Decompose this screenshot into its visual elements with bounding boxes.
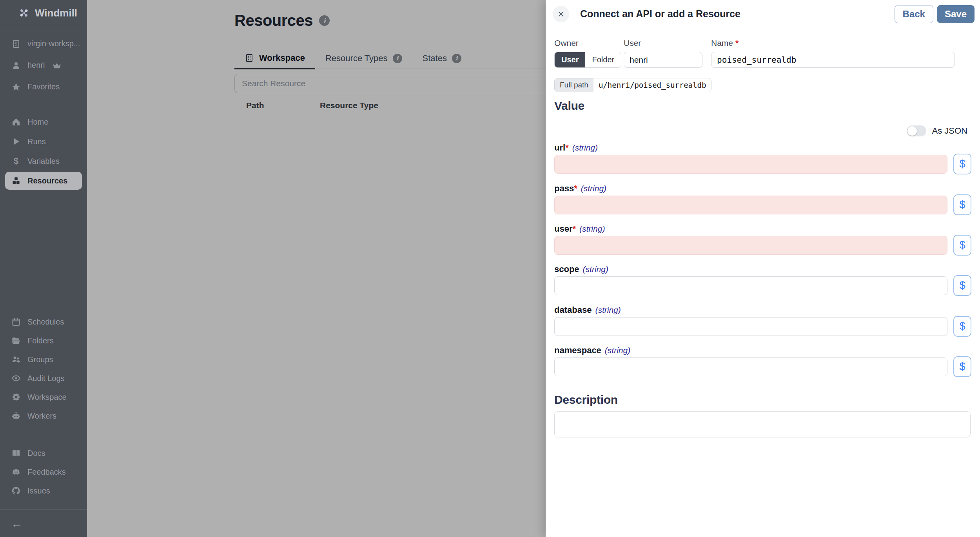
sidebar-item-label: Runs: [27, 137, 46, 146]
description-textarea[interactable]: [554, 411, 971, 437]
field-type: (string): [572, 143, 598, 152]
sidebar-item-workspace-settings[interactable]: Workspace: [0, 388, 87, 406]
eye-icon: [11, 374, 21, 383]
sidebar-item-feedbacks[interactable]: Feedbacks: [0, 463, 87, 481]
owner-folder-option[interactable]: Folder: [585, 52, 621, 67]
insert-variable-button[interactable]: $: [953, 316, 971, 337]
sidebar-item-label: Docs: [27, 449, 45, 458]
insert-variable-button[interactable]: $: [953, 154, 971, 174]
required-mark: *: [565, 143, 569, 152]
field-input-url[interactable]: [554, 155, 947, 174]
sidebar-item-label: Schedules: [27, 317, 64, 327]
close-icon: [557, 10, 565, 18]
field-label-url: url*(string): [554, 143, 598, 153]
field-label-scope: scope(string): [554, 264, 608, 274]
sidebar-admin-group: Schedules Folders Groups Audit Logs Work…: [0, 312, 87, 425]
workspace-name: virgin-worksp...: [27, 39, 80, 48]
dollar-icon: $: [11, 156, 21, 166]
building-icon: [11, 39, 21, 49]
sidebar-item-label: Variables: [27, 157, 60, 166]
full-path-value: u/henri/poised_surrealdb: [593, 78, 711, 92]
sidebar-item-audit-logs[interactable]: Audit Logs: [0, 369, 87, 388]
field-label-database: database(string): [554, 305, 621, 315]
crown-icon: [52, 61, 62, 70]
description-heading: Description: [554, 393, 618, 406]
required-mark: *: [572, 224, 576, 234]
field-input-user[interactable]: [554, 236, 947, 255]
resource-name-input[interactable]: [711, 52, 955, 68]
insert-variable-button[interactable]: $: [953, 194, 971, 215]
drawer-backdrop[interactable]: [87, 0, 546, 537]
sidebar: Windmill virgin-worksp... henri Favorite…: [0, 0, 87, 537]
sidebar-item-schedules[interactable]: Schedules: [0, 312, 87, 331]
field-type: (string): [583, 265, 608, 274]
sidebar-item-issues[interactable]: Issues: [0, 481, 87, 500]
sidebar-item-home[interactable]: Home: [0, 112, 87, 132]
as-json-label: As JSON: [932, 126, 967, 136]
sidebar-item-label: Workers: [27, 412, 56, 421]
book-icon: [11, 448, 21, 458]
dollar-icon: $: [959, 239, 965, 251]
sidebar-item-label: Groups: [27, 355, 53, 364]
discord-icon: [11, 467, 21, 477]
owner-label: Owner: [554, 38, 579, 48]
field-label-pass: pass*(string): [554, 183, 606, 194]
owner-user-input[interactable]: [624, 52, 702, 68]
owner-user-option[interactable]: User: [555, 52, 585, 67]
sidebar-footer-group: Docs Feedbacks Issues: [0, 444, 87, 500]
add-resource-drawer: Connect an API or add a Resource Back Sa…: [546, 0, 980, 537]
windmill-app: Windmill virgin-worksp... henri Favorite…: [0, 0, 980, 537]
insert-variable-button[interactable]: $: [953, 235, 971, 256]
sidebar-collapse-button[interactable]: ←: [0, 509, 87, 537]
arrow-left-icon: ←: [11, 517, 23, 530]
dollar-icon: $: [959, 158, 965, 170]
full-path: Full path u/henri/poised_surrealdb: [554, 78, 711, 92]
sidebar-context-group: virgin-worksp... henri Favorites: [0, 33, 87, 98]
back-button[interactable]: Back: [895, 5, 933, 23]
sidebar-item-variables[interactable]: $ Variables: [0, 151, 87, 171]
sidebar-item-user-menu[interactable]: henri: [0, 54, 87, 76]
value-section-heading: Value: [554, 99, 584, 112]
dollar-icon: $: [959, 199, 965, 211]
save-button[interactable]: Save: [937, 5, 975, 23]
name-label: Name *: [711, 38, 739, 48]
field-input-scope[interactable]: [554, 276, 947, 295]
sidebar-item-workers[interactable]: Workers: [0, 406, 87, 425]
as-json-toggle[interactable]: [907, 125, 926, 136]
dollar-icon: $: [959, 320, 965, 332]
robot-icon: [11, 411, 21, 421]
home-icon: [11, 117, 21, 127]
play-icon: [11, 137, 21, 146]
github-icon: [11, 486, 21, 495]
sidebar-item-favorites[interactable]: Favorites: [0, 76, 87, 98]
sidebar-item-docs[interactable]: Docs: [0, 444, 87, 463]
close-button[interactable]: [553, 6, 569, 22]
app-logo[interactable]: Windmill: [0, 0, 87, 26]
field-input-namespace[interactable]: [554, 357, 947, 376]
gear-icon: [11, 392, 21, 402]
field-type: (string): [595, 305, 621, 314]
sidebar-item-resources[interactable]: Resources: [5, 172, 82, 190]
sidebar-item-groups[interactable]: Groups: [0, 350, 87, 369]
insert-variable-button[interactable]: $: [953, 356, 971, 377]
field-type: (string): [581, 184, 606, 193]
field-type: (string): [579, 224, 605, 233]
sidebar-item-folders[interactable]: Folders: [0, 331, 87, 350]
sidebar-item-label: Workspace: [27, 393, 67, 402]
sidebar-item-workspace-switcher[interactable]: virgin-worksp...: [0, 33, 87, 54]
field-input-database[interactable]: [554, 317, 947, 336]
insert-variable-button[interactable]: $: [953, 275, 971, 296]
sidebar-item-label: Home: [27, 118, 48, 127]
required-mark: *: [735, 38, 739, 47]
app-logo-label: Windmill: [35, 7, 77, 19]
boxes-icon: [11, 176, 21, 185]
full-path-label: Full path: [555, 78, 593, 92]
required-mark: *: [574, 183, 577, 193]
field-label-namespace: namespace(string): [554, 345, 630, 356]
sidebar-nav-group: Home Runs $ Variables Resources: [0, 112, 87, 190]
field-input-pass[interactable]: [554, 196, 947, 214]
sidebar-item-runs[interactable]: Runs: [0, 132, 87, 151]
windmill-logo-icon: [18, 7, 30, 19]
drawer-title: Connect an API or add a Resource: [580, 8, 895, 20]
field-type: (string): [605, 346, 630, 355]
